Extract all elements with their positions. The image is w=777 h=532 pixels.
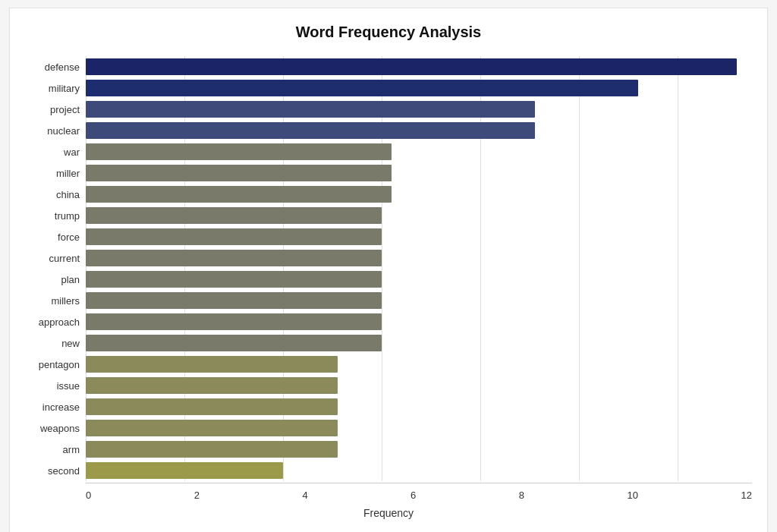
bar <box>86 165 392 181</box>
bar <box>86 143 392 160</box>
y-label: arm <box>63 439 80 460</box>
y-label: weapons <box>40 417 80 439</box>
bar-row <box>86 290 752 311</box>
y-label: military <box>49 77 80 99</box>
bar <box>86 80 638 96</box>
bar-row <box>86 120 752 141</box>
bar <box>86 228 382 245</box>
y-label: millers <box>51 290 80 311</box>
y-label: plan <box>61 269 80 290</box>
bar-row <box>86 226 752 247</box>
y-label: war <box>64 141 80 162</box>
bar <box>86 462 283 479</box>
x-tick: 12 <box>741 490 751 501</box>
bar <box>86 356 338 373</box>
x-axis-line <box>86 483 752 483</box>
bar-row <box>86 269 752 290</box>
x-tick: 10 <box>628 490 638 501</box>
bar-row <box>86 162 752 184</box>
y-axis-labels: defensemilitaryprojectnuclearwarmillerch… <box>25 56 86 481</box>
y-label: project <box>50 99 80 120</box>
bar-row <box>86 184 752 205</box>
bar-row <box>86 375 752 396</box>
y-label: defense <box>45 56 80 77</box>
y-label: china <box>56 184 80 205</box>
y-label: force <box>58 226 80 247</box>
y-label: issue <box>57 375 80 396</box>
bars-and-grid <box>86 56 752 481</box>
bar-row <box>86 332 752 354</box>
y-label: approach <box>39 311 80 332</box>
y-label: current <box>49 247 80 269</box>
chart-area: defensemilitaryprojectnuclearwarmillerch… <box>25 56 752 481</box>
chart-container: Word Frequency Analysis defensemilitaryp… <box>9 8 768 532</box>
bar <box>86 313 382 330</box>
bars-wrapper <box>86 56 752 481</box>
bar <box>86 122 535 139</box>
bar <box>86 186 392 203</box>
x-tick: 8 <box>519 490 524 501</box>
y-label: pentagon <box>39 354 80 375</box>
y-label: second <box>48 460 80 481</box>
bar <box>86 377 338 394</box>
x-axis: 024681012 <box>25 490 752 501</box>
bar-row <box>86 247 752 269</box>
bar-row <box>86 396 752 417</box>
bar <box>86 292 382 309</box>
bar <box>86 271 382 288</box>
bar-row <box>86 354 752 375</box>
y-label: increase <box>42 396 80 417</box>
bar-row <box>86 460 752 481</box>
x-tick: 2 <box>194 490 200 501</box>
bar-row <box>86 417 752 439</box>
x-tick: 0 <box>86 490 91 501</box>
bar <box>86 441 338 458</box>
bar <box>86 420 338 436</box>
y-label: trump <box>55 205 80 226</box>
bar <box>86 398 338 415</box>
bar-row <box>86 205 752 226</box>
bar <box>86 335 382 351</box>
x-axis-label: Frequency <box>25 507 752 519</box>
y-label: miller <box>56 162 80 184</box>
y-label: new <box>61 332 80 354</box>
bar-row <box>86 311 752 332</box>
bar-row <box>86 439 752 460</box>
bar-row <box>86 99 752 120</box>
bar <box>86 207 382 224</box>
chart-title: Word Frequency Analysis <box>25 24 752 41</box>
x-tick: 6 <box>411 490 416 501</box>
bar-row <box>86 141 752 162</box>
bar <box>86 58 737 75</box>
x-tick: 4 <box>302 490 307 501</box>
bar <box>86 250 382 266</box>
bar-row <box>86 77 752 99</box>
bar <box>86 101 535 118</box>
y-label: nuclear <box>47 120 80 141</box>
bar-row <box>86 56 752 77</box>
